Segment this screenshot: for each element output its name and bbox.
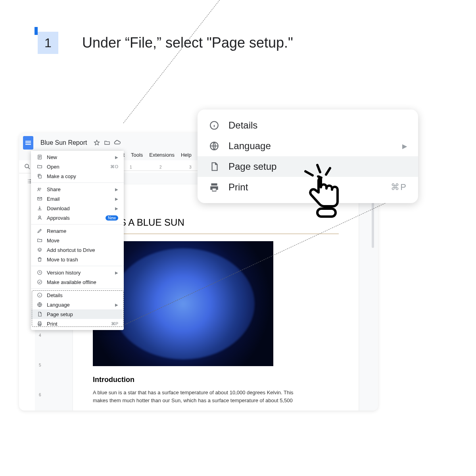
doc-divider [93, 234, 339, 234]
search-icon[interactable] [24, 163, 31, 170]
svg-rect-14 [317, 209, 336, 217]
print-icon [209, 182, 220, 193]
print-icon [36, 321, 43, 327]
menu-item-language[interactable]: Language▶ [31, 300, 124, 309]
star-icon[interactable] [93, 139, 100, 146]
offline-icon [36, 279, 43, 285]
menu-item-trash[interactable]: Move to trash [31, 255, 124, 264]
svg-point-3 [38, 188, 40, 190]
svg-point-0 [25, 164, 29, 168]
menu-item-download[interactable]: Download▶ [31, 203, 124, 213]
info-icon [36, 292, 43, 298]
menu-item-email[interactable]: Email▶ [31, 194, 124, 203]
menu-extensions[interactable]: Extensions [146, 151, 177, 159]
globe-icon [36, 301, 43, 308]
menu-item-offline[interactable]: Make available offline [31, 277, 124, 287]
menu-item-print[interactable]: Print⌘P [31, 319, 124, 328]
menu-item-version[interactable]: Version history▶ [31, 268, 124, 277]
history-icon [36, 269, 43, 276]
doc-heading-1: SUN [93, 203, 339, 215]
download-icon [36, 205, 43, 211]
copy-icon [36, 173, 43, 179]
svg-line-11 [317, 165, 320, 172]
approvals-icon [36, 215, 43, 221]
email-icon [36, 196, 43, 202]
menu-item-copy[interactable]: Make a copy [31, 171, 124, 181]
move-folder-icon[interactable] [104, 139, 111, 146]
page-setup-icon [209, 161, 220, 172]
menu-item-rename[interactable]: Rename [31, 226, 124, 236]
share-icon [36, 186, 43, 192]
shortcut-icon [36, 247, 43, 253]
svg-point-5 [39, 216, 41, 218]
menu-item-approvals[interactable]: ApprovalsNew [31, 213, 124, 223]
doc-heading-2: MAKES A BLUE SUN [93, 217, 339, 228]
menu-item-open[interactable]: Open⌘O [31, 162, 124, 171]
zoom-item-details[interactable]: Details [198, 115, 418, 136]
new-doc-icon [36, 154, 43, 160]
zoom-item-language[interactable]: Language▶ [198, 136, 418, 156]
svg-line-13 [326, 168, 330, 175]
menu-item-new[interactable]: New▶ [31, 152, 124, 162]
rename-icon [36, 228, 43, 234]
trash-icon [36, 256, 43, 263]
menu-item-move[interactable]: Move [31, 236, 124, 245]
callout-connector-line [123, 0, 255, 123]
doc-body-text: A blue sun is a star that has a surface … [93, 389, 339, 404]
document-title[interactable]: Blue Sun Report [40, 139, 87, 146]
menu-item-share[interactable]: Share▶ [31, 184, 124, 194]
globe-icon [209, 140, 220, 152]
file-dropdown-menu: New▶ Open⌘O Make a copy Share▶ Email▶ Do… [31, 151, 124, 330]
cloud-status-icon[interactable] [114, 139, 121, 146]
step-instruction: Under “File,” select "Page setup." [82, 35, 293, 51]
doc-section-title: Introduction [93, 376, 339, 384]
menu-item-page-setup[interactable]: Page setup [31, 309, 124, 319]
docs-logo-icon[interactable] [23, 136, 33, 150]
scrollbar[interactable] [372, 192, 375, 403]
menu-item-shortcut[interactable]: Add shortcut to Drive [31, 245, 124, 255]
svg-point-6 [38, 280, 42, 284]
click-cursor-icon [302, 163, 346, 225]
menu-help[interactable]: Help [178, 151, 194, 159]
info-icon [209, 120, 220, 131]
folder-open-icon [36, 163, 43, 170]
step-number-badge: 1 [38, 32, 58, 54]
page-setup-icon [36, 311, 43, 317]
svg-line-12 [305, 171, 313, 175]
svg-rect-2 [39, 175, 41, 178]
move-icon [36, 237, 43, 244]
menu-item-details[interactable]: Details [31, 290, 124, 300]
menu-tools[interactable]: Tools [128, 151, 146, 159]
